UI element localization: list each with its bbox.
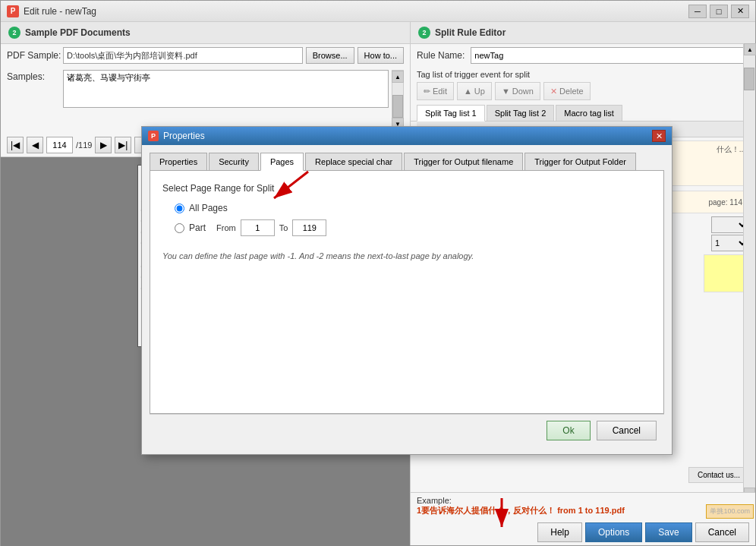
dialog-tab-trigger-filename[interactable]: Trigger for Output filename (404, 153, 523, 170)
properties-dialog: P Properties ✕ Properties Security Pages… (141, 126, 673, 455)
dialog-body: Select Page Range for Split All Pages Pa… (150, 171, 664, 414)
from-input[interactable] (241, 219, 275, 236)
dialog-footer: Ok Cancel (150, 414, 664, 447)
from-label: From (216, 223, 236, 232)
dialog-tabs: Properties Security Pages Replace specia… (150, 153, 664, 171)
main-window: P Edit rule - newTag ─ □ ✕ 2 Sample PDF … (0, 0, 756, 546)
part-label[interactable]: Part (189, 223, 206, 233)
part-radio[interactable] (175, 223, 184, 233)
all-pages-radio[interactable] (175, 204, 184, 213)
dialog-tab-replace[interactable]: Replace special char (305, 153, 402, 170)
red-arrow-annotation-bottom (449, 491, 540, 544)
ok-button[interactable]: Ok (547, 421, 590, 440)
dialog-cancel-button[interactable]: Cancel (597, 421, 657, 440)
dialog-close-button[interactable]: ✕ (652, 130, 666, 142)
dialog-overlay: P Properties ✕ Properties Security Pages… (1, 1, 755, 545)
to-label: To (279, 223, 288, 232)
dialog-tab-security[interactable]: Security (209, 153, 259, 170)
dialog-tab-pages[interactable]: Pages (260, 153, 304, 171)
part-inputs: From To (216, 219, 326, 236)
all-pages-row: All Pages (175, 203, 651, 213)
dialog-icon: P (148, 131, 159, 141)
part-row: Part From To (175, 219, 651, 236)
dialog-title-bar: P Properties ✕ (142, 127, 672, 145)
hint-text: You can define the last page with -1. An… (162, 251, 651, 260)
page-range-options: All Pages Part From To (175, 203, 651, 236)
dialog-tab-properties[interactable]: Properties (150, 153, 207, 170)
dialog-tab-trigger-folder[interactable]: Trigger for Output Folder (524, 153, 636, 170)
to-input[interactable] (292, 219, 326, 236)
all-pages-label[interactable]: All Pages (189, 203, 228, 213)
dialog-title: Properties (163, 131, 652, 141)
section-title: Select Page Range for Split (162, 183, 651, 194)
dialog-content: Properties Security Pages Replace specia… (142, 145, 672, 454)
